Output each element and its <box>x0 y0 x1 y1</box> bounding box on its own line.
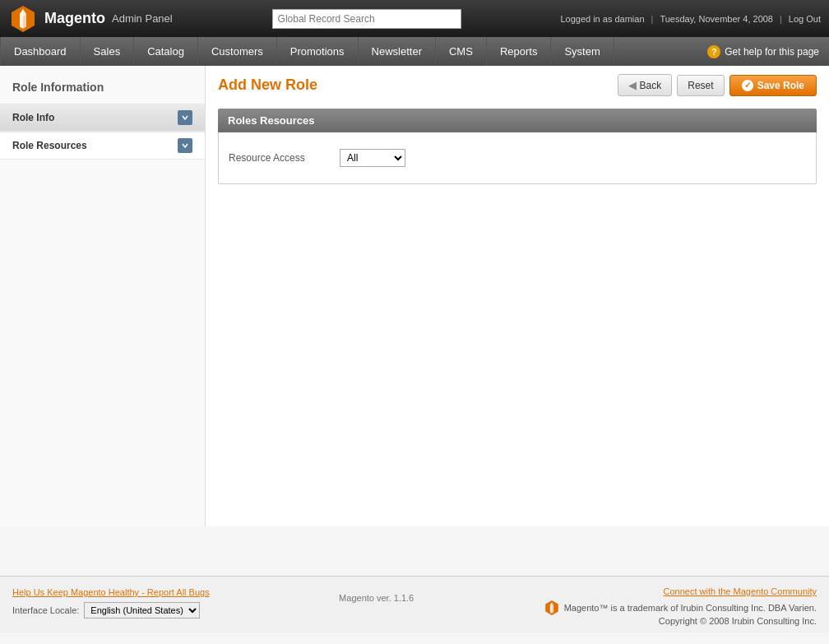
nav-item-catalog[interactable]: Catalog <box>134 37 198 66</box>
main-wrapper: Role Information Role Info Role Resource… <box>0 66 829 526</box>
back-icon: ◀ <box>628 79 637 91</box>
section-header: Roles Resources <box>218 109 817 132</box>
global-search-input[interactable] <box>272 9 461 29</box>
bug-report-link[interactable]: Help Us Keep Magento Healthy - Report Al… <box>12 587 210 597</box>
resource-access-select[interactable]: All Custom <box>340 149 405 167</box>
nav-item-reports[interactable]: Reports <box>487 37 552 66</box>
back-button[interactable]: ◀ Back <box>618 74 673 96</box>
community-link[interactable]: Connect with the Magento Community <box>664 586 817 596</box>
logo-area: Magento Admin Panel <box>8 4 173 34</box>
logout-link[interactable]: Log Out <box>789 14 821 24</box>
nav-item-cms[interactable]: CMS <box>436 37 487 66</box>
nav-item-customers[interactable]: Customers <box>198 37 277 66</box>
footer-center: Magento ver. 1.1.6 <box>339 586 414 603</box>
main-nav: Dashboard Sales Catalog Customers Promot… <box>0 37 829 66</box>
search-area <box>272 9 461 29</box>
help-icon: ? <box>707 45 720 58</box>
nav-item-promotions[interactable]: Promotions <box>277 37 359 66</box>
logo-subtitle: Admin Panel <box>112 12 173 25</box>
sidebar-item-label-role-resources: Role Resources <box>12 140 87 151</box>
trademark-text: Magento™ is a trademark of Irubin Consul… <box>544 600 817 616</box>
magento-logo-icon <box>8 4 38 34</box>
sidebar-item-icon-role-resources <box>178 138 192 153</box>
nav-item-dashboard[interactable]: Dashboard <box>0 37 81 66</box>
page-header: Add New Role ◀ Back Reset Save Role <box>218 74 817 96</box>
reset-label: Reset <box>688 80 713 91</box>
header: Magento Admin Panel Logged in as damian … <box>0 0 829 37</box>
footer: Help Us Keep Magento Healthy - Report Al… <box>0 577 829 632</box>
reset-button[interactable]: Reset <box>677 75 724 96</box>
nav-item-sales[interactable]: Sales <box>81 37 135 66</box>
locale-label: Interface Locale: <box>12 605 79 615</box>
footer-magento-icon <box>544 600 560 616</box>
resource-access-row: Resource Access All Custom <box>229 145 806 171</box>
back-label: Back <box>640 80 662 91</box>
date-text: Tuesday, November 4, 2008 <box>660 14 773 24</box>
logged-in-text: Logged in as damian <box>560 14 644 24</box>
sidebar-item-label-role-info: Role Info <box>12 112 54 123</box>
nav-item-newsletter[interactable]: Newsletter <box>359 37 436 66</box>
copyright-text: Copyright © 2008 Irubin Consulting Inc. <box>544 616 817 626</box>
help-label: Get help for this page <box>725 46 819 58</box>
section-body: Resource Access All Custom <box>218 132 817 184</box>
logo-brand: Magento <box>44 10 105 27</box>
page-title: Add New Role <box>218 76 317 94</box>
footer-right: Connect with the Magento Community Magen… <box>544 586 817 626</box>
help-link[interactable]: ? Get help for this page <box>697 37 829 66</box>
user-info: Logged in as damian | Tuesday, November … <box>560 14 821 24</box>
footer-left: Help Us Keep Magento Healthy - Report Al… <box>12 586 210 619</box>
roles-resources-section: Roles Resources Resource Access All Cust… <box>218 109 817 184</box>
sidebar-item-icon-role-info <box>178 110 192 125</box>
version-text: Magento ver. 1.1.6 <box>339 593 414 603</box>
action-buttons: ◀ Back Reset Save Role <box>618 74 817 96</box>
save-label: Save Role <box>757 80 804 91</box>
save-role-button[interactable]: Save Role <box>729 75 817 96</box>
footer-wrapper: Help Us Keep Magento Healthy - Report Al… <box>0 576 829 632</box>
sidebar: Role Information Role Info Role Resource… <box>0 66 206 526</box>
resource-access-label: Resource Access <box>229 152 327 164</box>
sidebar-item-role-resources[interactable]: Role Resources <box>0 132 205 160</box>
nav-item-system[interactable]: System <box>551 37 614 66</box>
sidebar-item-role-info[interactable]: Role Info <box>0 104 205 132</box>
locale-select[interactable]: English (United States) <box>84 602 200 619</box>
content-spacer <box>0 526 829 576</box>
save-icon <box>742 80 753 91</box>
trademark-label: Magento™ is a trademark of Irubin Consul… <box>564 603 817 613</box>
footer-locale: Interface Locale: English (United States… <box>12 602 210 619</box>
content-area: Add New Role ◀ Back Reset Save Role Role… <box>206 66 829 526</box>
sidebar-title: Role Information <box>0 74 205 104</box>
